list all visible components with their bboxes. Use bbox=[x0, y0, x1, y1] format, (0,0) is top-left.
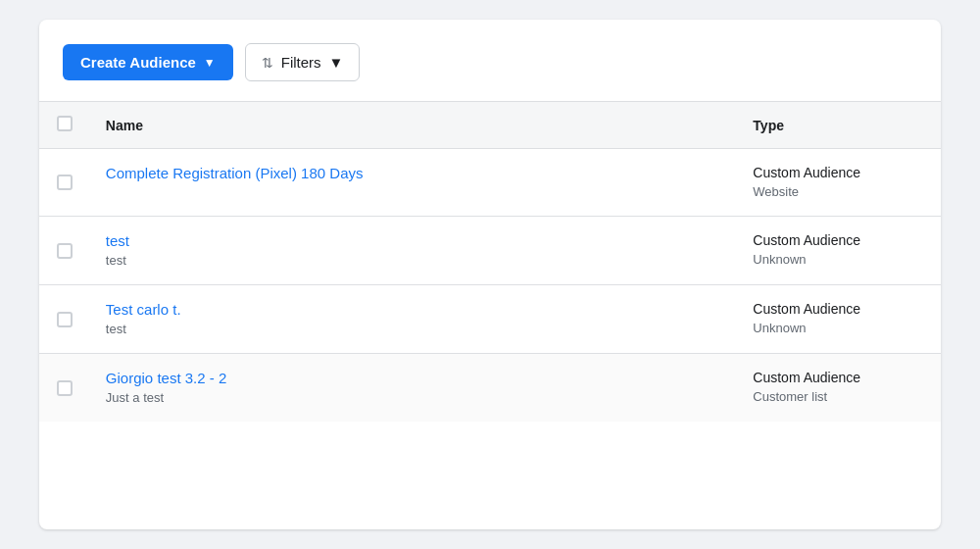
table-row: Test carlo t. test Custom Audience Unkno… bbox=[39, 285, 941, 354]
row-name-secondary: Just a test bbox=[106, 390, 164, 405]
filters-label: Filters bbox=[281, 54, 321, 71]
filter-icon: ⇅ bbox=[262, 55, 273, 71]
table-row: Complete Registration (Pixel) 180 Days C… bbox=[39, 149, 941, 217]
page-wrapper: Create Audience ▼ ⇅ Filters ▼ Name bbox=[0, 0, 980, 549]
row-name-secondary: test bbox=[106, 322, 126, 336]
row-checkbox[interactable] bbox=[57, 312, 73, 327]
table-row: Giorgio test 3.2 - 2 Just a test Custom … bbox=[39, 354, 941, 423]
row-checkbox-cell bbox=[39, 149, 90, 217]
row-type-primary: Custom Audience bbox=[753, 370, 925, 385]
table-container: Name Type Complete Registration (Pixel) … bbox=[39, 101, 941, 422]
row-type-cell: Custom Audience Website bbox=[737, 149, 941, 217]
row-type-cell: Custom Audience Unknown bbox=[737, 217, 941, 285]
table-header-row: Name Type bbox=[39, 102, 941, 149]
chevron-down-icon: ▼ bbox=[204, 56, 216, 70]
row-name-cell: Giorgio test 3.2 - 2 Just a test bbox=[90, 354, 737, 423]
row-type-cell: Custom Audience Customer list bbox=[737, 354, 941, 423]
th-checkbox bbox=[39, 102, 90, 149]
row-checkbox[interactable] bbox=[57, 175, 73, 190]
row-type-primary: Custom Audience bbox=[753, 165, 925, 180]
row-checkbox[interactable] bbox=[57, 380, 73, 396]
th-type: Type bbox=[737, 102, 941, 149]
row-type-cell: Custom Audience Unknown bbox=[737, 285, 941, 354]
filters-chevron-icon: ▼ bbox=[329, 54, 344, 71]
main-content: Create Audience ▼ ⇅ Filters ▼ Name bbox=[39, 20, 941, 529]
row-checkbox-cell bbox=[39, 354, 90, 423]
row-name-cell: Test carlo t. test bbox=[90, 285, 737, 354]
filters-button[interactable]: ⇅ Filters ▼ bbox=[245, 43, 361, 81]
create-audience-label: Create Audience bbox=[80, 54, 196, 71]
row-name-primary[interactable]: test bbox=[106, 232, 721, 249]
row-type-primary: Custom Audience bbox=[753, 301, 925, 317]
toolbar: Create Audience ▼ ⇅ Filters ▼ bbox=[39, 43, 941, 101]
row-checkbox-cell bbox=[39, 285, 90, 354]
create-audience-button[interactable]: Create Audience ▼ bbox=[63, 44, 233, 80]
column-header-name: Name bbox=[106, 118, 143, 133]
row-type-primary: Custom Audience bbox=[753, 232, 925, 248]
table-row: test test Custom Audience Unknown bbox=[39, 217, 941, 285]
row-type-secondary: Customer list bbox=[753, 389, 827, 404]
row-type-secondary: Unknown bbox=[753, 252, 806, 267]
row-checkbox[interactable] bbox=[57, 243, 73, 259]
row-checkbox-cell bbox=[39, 217, 90, 285]
row-name-primary[interactable]: Complete Registration (Pixel) 180 Days bbox=[106, 165, 721, 181]
row-name-cell: test test bbox=[90, 217, 737, 285]
row-type-secondary: Unknown bbox=[753, 321, 806, 335]
row-name-primary[interactable]: Test carlo t. bbox=[106, 301, 721, 318]
select-all-checkbox[interactable] bbox=[57, 116, 73, 131]
th-name: Name bbox=[90, 102, 737, 149]
row-type-secondary: Website bbox=[753, 184, 799, 199]
row-name-primary[interactable]: Giorgio test 3.2 - 2 bbox=[106, 370, 721, 386]
audience-table: Name Type Complete Registration (Pixel) … bbox=[39, 102, 941, 422]
row-name-secondary: test bbox=[106, 253, 126, 268]
row-name-cell: Complete Registration (Pixel) 180 Days bbox=[90, 149, 737, 217]
column-header-type: Type bbox=[753, 118, 784, 133]
